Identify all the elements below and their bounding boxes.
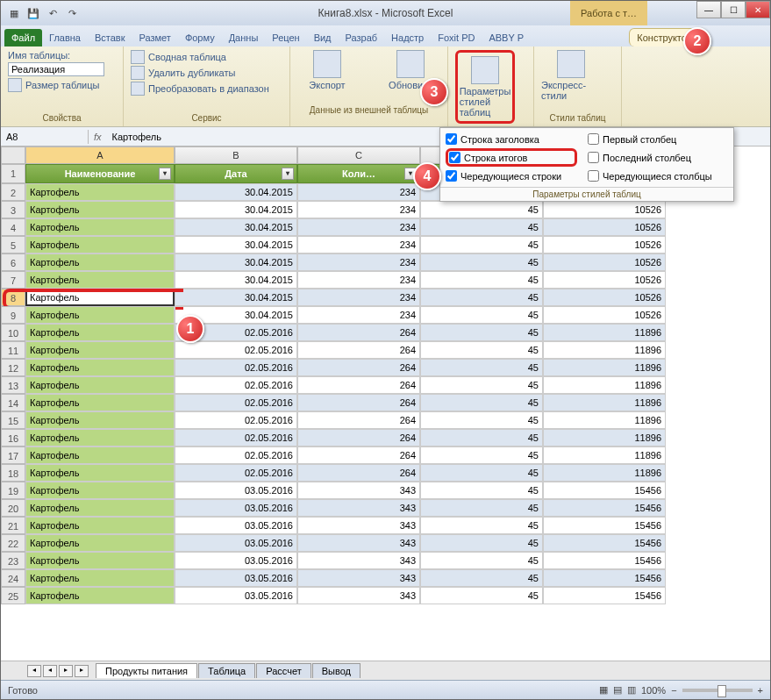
table-style-options-button[interactable]: Параметры стилей таблиц <box>455 50 515 124</box>
checkbox-total-row[interactable]: Строка итогов <box>446 148 577 167</box>
cell[interactable]: 11896 <box>543 394 666 411</box>
cell[interactable]: 15456 <box>543 552 666 569</box>
cell[interactable]: 30.04.2015 <box>175 236 297 254</box>
cell[interactable]: Картофель <box>25 183 175 201</box>
cell[interactable]: 343 <box>297 534 420 552</box>
table-row[interactable]: 13 Картофель 02.05.2016 264 45 11896 <box>1 376 770 394</box>
cell[interactable]: 264 <box>297 464 420 482</box>
cell[interactable]: 03.05.2016 <box>175 499 297 517</box>
row-header[interactable]: 9 <box>1 306 25 324</box>
cell[interactable]: 264 <box>297 341 420 359</box>
cell[interactable]: 15456 <box>543 499 666 517</box>
cell[interactable]: 234 <box>297 306 420 324</box>
cell[interactable]: 45 <box>420 394 543 411</box>
cell[interactable]: 264 <box>297 394 420 411</box>
cell[interactable]: 10526 <box>543 254 666 271</box>
tab-data[interactable]: Данны <box>222 29 266 46</box>
table-row[interactable]: 9 Картофель 30.04.2015 234 45 10526 <box>1 306 770 324</box>
cell[interactable]: Картофель <box>25 446 175 464</box>
checkbox-first-column[interactable]: Первый столбец <box>588 133 719 145</box>
cell[interactable]: Картофель <box>25 587 175 604</box>
sheet-tab-active[interactable]: Продукты питания <box>96 663 197 678</box>
sheet-nav[interactable]: ◂◂▸▸ <box>27 665 89 677</box>
cell[interactable]: 15456 <box>543 534 666 552</box>
checkbox-banded-columns[interactable]: Чередующиеся столбцы <box>588 170 719 182</box>
cell[interactable]: Картофель <box>25 254 175 271</box>
cell[interactable]: 234 <box>297 236 420 254</box>
cell[interactable]: 11896 <box>543 376 666 394</box>
cell[interactable]: Картофель <box>25 499 175 517</box>
filter-dropdown-icon[interactable]: ▾ <box>282 168 294 180</box>
cell[interactable]: Картофель <box>25 359 175 376</box>
tab-view[interactable]: Вид <box>307 29 339 46</box>
cell[interactable]: 234 <box>297 271 420 289</box>
cell[interactable]: 30.04.2015 <box>175 183 297 201</box>
cell[interactable]: 45 <box>420 359 543 376</box>
cell[interactable]: Картофель <box>25 394 175 411</box>
context-tab-tabletools[interactable]: Работа с т… <box>570 1 647 25</box>
cell[interactable]: 234 <box>297 254 420 271</box>
table-row[interactable]: 19 Картофель 03.05.2016 343 45 15456 <box>1 482 770 499</box>
cell[interactable]: 10526 <box>543 201 666 218</box>
cell[interactable]: 45 <box>420 341 543 359</box>
cell[interactable]: 45 <box>420 324 543 341</box>
table-row[interactable]: 4 Картофель 30.04.2015 234 45 10526 <box>1 218 770 236</box>
cell[interactable]: 45 <box>420 446 543 464</box>
cell[interactable]: 10526 <box>543 271 666 289</box>
export-button[interactable]: Экспорт <box>297 50 357 90</box>
table-header-date[interactable]: Дата▾ <box>175 164 297 183</box>
cell[interactable]: 343 <box>297 482 420 499</box>
row-header[interactable]: 15 <box>1 411 25 429</box>
cell[interactable]: 02.05.2016 <box>175 446 297 464</box>
view-normal-icon[interactable]: ▦ <box>599 684 608 696</box>
cell[interactable]: 02.05.2016 <box>175 341 297 359</box>
cell[interactable]: 15456 <box>543 517 666 534</box>
cell[interactable]: 45 <box>420 254 543 271</box>
checkbox-last-column[interactable]: Последний столбец <box>588 148 719 167</box>
cell[interactable]: 343 <box>297 587 420 604</box>
view-break-icon[interactable]: ▥ <box>627 684 636 696</box>
cell[interactable]: 45 <box>420 499 543 517</box>
table-header-name[interactable]: Наименование▾ <box>25 164 175 183</box>
cell[interactable]: 03.05.2016 <box>175 482 297 499</box>
cell[interactable]: 02.05.2016 <box>175 376 297 394</box>
remove-duplicates-button[interactable]: Удалить дубликаты <box>131 66 282 80</box>
cell[interactable]: 45 <box>420 429 543 446</box>
cell[interactable]: 234 <box>297 289 420 306</box>
row-header[interactable]: 2 <box>1 183 25 201</box>
cell[interactable]: 45 <box>420 271 543 289</box>
cell[interactable]: 343 <box>297 499 420 517</box>
cell[interactable]: 10526 <box>543 289 666 306</box>
worksheet-grid[interactable]: A B C D E 1 Наименование▾ Дата▾ Коли…▾ ▾… <box>1 146 770 604</box>
cell[interactable]: Картофель <box>25 411 175 429</box>
tab-formulas[interactable]: Форму <box>178 29 222 46</box>
tab-abbyy[interactable]: ABBY P <box>482 29 531 46</box>
table-row[interactable]: 25 Картофель 03.05.2016 343 45 15456 <box>1 587 770 604</box>
tab-home[interactable]: Главна <box>42 29 88 46</box>
row-header[interactable]: 23 <box>1 552 25 569</box>
cell[interactable]: 45 <box>420 376 543 394</box>
sheet-tab[interactable]: Вывод <box>312 663 361 678</box>
row-header[interactable]: 14 <box>1 394 25 411</box>
tab-developer[interactable]: Разраб <box>339 29 385 46</box>
row-header[interactable]: 18 <box>1 464 25 482</box>
row-header[interactable]: 6 <box>1 254 25 271</box>
cell[interactable]: 02.05.2016 <box>175 464 297 482</box>
row-header[interactable]: 25 <box>1 587 25 604</box>
cell[interactable]: 45 <box>420 517 543 534</box>
zoom-slider[interactable] <box>682 689 753 692</box>
cell[interactable]: 15456 <box>543 482 666 499</box>
tab-review[interactable]: Рецен <box>265 29 306 46</box>
close-button[interactable]: ✕ <box>746 1 770 18</box>
row-header[interactable]: 24 <box>1 569 25 587</box>
cell[interactable]: 45 <box>420 482 543 499</box>
row-header[interactable]: 11 <box>1 341 25 359</box>
cell[interactable]: 234 <box>297 201 420 218</box>
cell[interactable]: 11896 <box>543 446 666 464</box>
cell[interactable]: 11896 <box>543 341 666 359</box>
table-row[interactable]: 10 Картофель 02.05.2016 264 45 11896 <box>1 324 770 341</box>
cell[interactable]: 264 <box>297 446 420 464</box>
select-all-corner[interactable] <box>1 146 25 164</box>
cell[interactable]: Картофель <box>25 482 175 499</box>
col-header-B[interactable]: B <box>175 146 297 164</box>
